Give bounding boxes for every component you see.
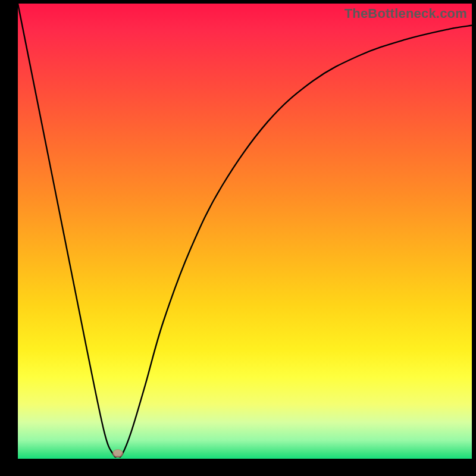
minimum-marker-icon — [112, 449, 123, 458]
bottleneck-curve — [18, 4, 472, 459]
chart-frame: TheBottleneck.com — [0, 0, 476, 476]
watermark-text: TheBottleneck.com — [345, 6, 467, 21]
plot-area: TheBottleneck.com — [18, 4, 472, 459]
